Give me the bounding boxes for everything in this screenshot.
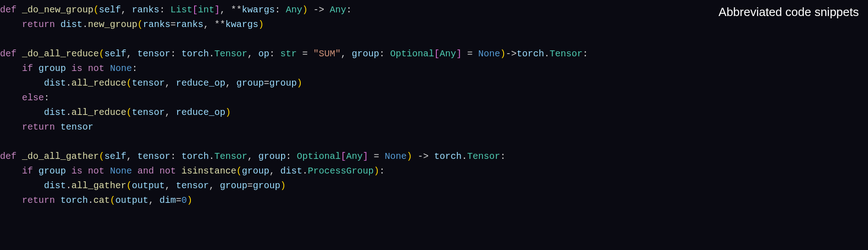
type: Tensor: [214, 151, 247, 162]
ident: torch: [181, 49, 209, 59]
ident: output: [132, 180, 165, 191]
param: self: [104, 151, 126, 162]
type: Tensor: [214, 49, 247, 59]
ident: group: [253, 180, 280, 191]
method: all_reduce: [71, 107, 126, 118]
ident: reduce_op: [176, 78, 225, 88]
ident: dist: [44, 107, 66, 118]
ident: group: [242, 166, 269, 176]
kw: not: [88, 166, 104, 176]
line: return tensor: [0, 122, 93, 132]
param: self: [99, 5, 121, 15]
ident: torch: [516, 49, 544, 59]
type: Tensor: [467, 151, 500, 162]
method: all_reduce: [71, 78, 126, 88]
method: new_group: [88, 19, 137, 30]
const: None: [110, 63, 132, 74]
type: str: [280, 49, 297, 59]
kw: not: [88, 63, 104, 74]
param: group: [352, 49, 379, 59]
line: if group is not None:: [0, 63, 137, 74]
param: tensor: [137, 151, 170, 162]
ident: torch: [434, 151, 461, 162]
ident: group: [38, 63, 66, 74]
type: int: [198, 5, 214, 15]
kwarg: dim: [159, 195, 176, 206]
const: None: [385, 151, 407, 162]
line: return dist.new_group(ranks=ranks, **kwa…: [0, 19, 264, 30]
fn-name: _do_all_reduce: [22, 49, 99, 59]
fn-name: _do_all_gather: [22, 151, 99, 162]
line: dist.all_reduce(tensor, reduce_op): [0, 107, 231, 118]
kw-if: if: [22, 166, 33, 176]
type: ProcessGroup: [308, 166, 374, 176]
ident: tensor: [132, 78, 165, 88]
ident: reduce_op: [176, 107, 225, 118]
ident: output: [115, 195, 148, 206]
ident: tensor: [176, 180, 209, 191]
ident: dist: [280, 166, 302, 176]
ident: tensor: [132, 107, 165, 118]
line: if group is not None and not isinstance(…: [0, 166, 385, 176]
kw-def: def: [0, 151, 16, 162]
ident: ranks: [176, 19, 203, 30]
type: Any: [286, 5, 302, 15]
kw-return: return: [22, 195, 55, 206]
type: Any: [346, 151, 363, 162]
ident: dist: [44, 78, 66, 88]
param: self: [104, 49, 126, 59]
kw-return: return: [22, 122, 55, 132]
kw-def: def: [0, 49, 16, 59]
ident: kwargs: [225, 19, 258, 30]
param: ranks: [132, 5, 159, 15]
method: all_gather: [71, 180, 126, 191]
type: Optional: [297, 151, 341, 162]
ident: torch: [181, 151, 209, 162]
line: dist.all_gather(output, tensor, group=gr…: [0, 180, 286, 191]
method: cat: [93, 195, 110, 206]
type: Any: [439, 49, 456, 59]
kw-def: def: [0, 5, 16, 15]
line: def _do_all_gather(self, tensor: torch.T…: [0, 151, 505, 162]
string: "SUM": [313, 49, 341, 59]
ident: group: [269, 78, 297, 88]
param: kwargs: [242, 5, 275, 15]
kw-else: else: [22, 92, 44, 103]
type: List: [170, 5, 192, 15]
kw: not: [159, 166, 176, 176]
line: def _do_all_reduce(self, tensor: torch.T…: [0, 49, 588, 59]
const: None: [478, 49, 500, 59]
number: 0: [181, 195, 187, 206]
line: else:: [0, 92, 49, 103]
ident: group: [38, 166, 66, 176]
fn-name: _do_new_group: [22, 5, 93, 15]
kw: is: [71, 166, 82, 176]
code-block: def _do_new_group(self, ranks: List[int]…: [0, 0, 868, 208]
kw: is: [71, 63, 82, 74]
param: op: [258, 49, 269, 59]
param: tensor: [137, 49, 170, 59]
line: def _do_new_group(self, ranks: List[int]…: [0, 5, 352, 15]
type: Optional: [390, 49, 434, 59]
builtin: isinstance: [181, 166, 236, 176]
line: dist.all_reduce(tensor, reduce_op, group…: [0, 78, 302, 88]
type: Any: [330, 5, 346, 15]
kw: and: [137, 166, 154, 176]
ident: dist: [44, 180, 66, 191]
const: None: [110, 166, 132, 176]
kw-return: return: [22, 19, 55, 30]
kwarg: group: [220, 180, 247, 191]
ident: dist: [60, 19, 82, 30]
kwarg: group: [236, 78, 264, 88]
ident: tensor: [60, 122, 93, 132]
param: group: [258, 151, 286, 162]
line: return torch.cat(output, dim=0): [0, 195, 192, 206]
ident: torch: [60, 195, 88, 206]
type: Tensor: [549, 49, 582, 59]
annotation-label: Abbreviated code snippets: [719, 3, 859, 22]
kwarg: ranks: [143, 19, 170, 30]
kw-if: if: [22, 63, 33, 74]
